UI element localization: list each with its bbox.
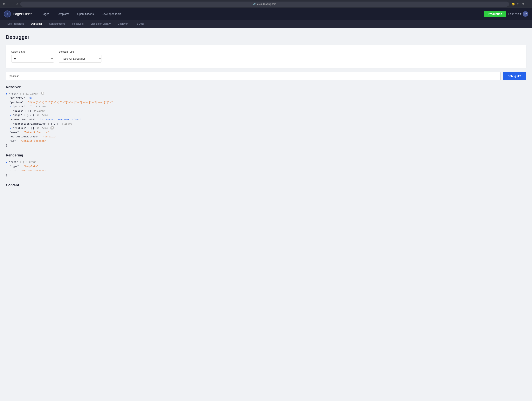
- nav-item-optimizations[interactable]: Optimizations: [73, 8, 98, 20]
- name-line: "name" : "Default Section": [6, 130, 526, 135]
- pattern-value: "^(\/[\w\-]*\/?[\w\-]*\/?[\w\-]*\/?[\w\-…: [28, 101, 113, 104]
- select-type-dropdown[interactable]: Resolver Debugger Rendering Debugger Con…: [59, 55, 101, 62]
- subnav-item-pb-data[interactable]: PB Data: [131, 20, 147, 28]
- url-text: arcpublishing.com: [257, 3, 276, 6]
- select-site-label: Select a Site: [11, 50, 54, 53]
- content-source-link[interactable]: "site-service-content-feed": [40, 118, 81, 121]
- forward-btn[interactable]: →: [11, 3, 14, 6]
- name-value: "Default Section": [23, 131, 49, 134]
- sidebar-toggle-btn[interactable]: ⊞: [3, 3, 6, 6]
- select-type-label: Select a Type: [59, 50, 101, 53]
- rendering-type-line: "type" : "template": [6, 164, 526, 169]
- browser-actions: 😊 ⬡ ⊞ ☰: [511, 3, 529, 6]
- resolver-section: Resolver ▼ "root" : { 11 items "priority…: [6, 85, 526, 148]
- default-output-type-value: "default": [43, 135, 57, 138]
- copy-root-btn[interactable]: [41, 93, 43, 95]
- rendering-section: Rendering ▼ "root" : { 2 items "type" : …: [6, 153, 526, 177]
- avatar: FY: [523, 11, 528, 17]
- rendering-title: Rendering: [6, 153, 526, 157]
- card-row: Select a Site ■ Select a Type Resolver D…: [11, 50, 521, 62]
- selection-card: Select a Site ■ Select a Type Resolver D…: [6, 45, 526, 68]
- subnav-item-site-properties[interactable]: Site Properties: [4, 20, 27, 28]
- resolver-id-value: "Default Section": [20, 140, 46, 142]
- rendering-id-line: "id" : "section-default": [6, 169, 526, 173]
- resolver-json: ▼ "root" : { 11 items "priority" : 99 "p…: [6, 92, 526, 148]
- link-icon: 🔗: [253, 3, 256, 6]
- rendering-root-count: 2 items: [26, 161, 36, 164]
- collapse-sites-btn[interactable]: ▶: [10, 110, 11, 112]
- subnav-item-block-icon-library[interactable]: Block Icon Library: [87, 20, 114, 28]
- app-nav: A PageBuilder Pages Templates Optimizati…: [0, 8, 532, 20]
- nav-right: Production Fatih Yildiz FY: [484, 11, 528, 17]
- extension-icon[interactable]: ⬡: [517, 3, 519, 6]
- pattern-line: "pattern" : "^(\/[\w\-]*\/?[\w\-]*\/?[\w…: [6, 100, 526, 105]
- rendering-json: ▼ "root" : { 2 items "type" : "template"…: [6, 160, 526, 177]
- test-uri-line: ▶ "testUri" : [] 0 items: [6, 126, 526, 130]
- app-title: PageBuilder: [13, 12, 32, 16]
- rendering-root-line: ▼ "root" : { 2 items: [6, 160, 526, 164]
- user-info: Fatih Yildiz FY: [508, 11, 528, 17]
- user-name: Fatih Yildiz: [508, 12, 521, 16]
- url-bar[interactable]: 🔗 arcpublishing.com: [20, 1, 509, 6]
- production-button[interactable]: Production: [484, 11, 506, 17]
- content-source-line: "contentSourceId" : "site-service-conten…: [6, 118, 526, 122]
- nav-item-pages[interactable]: Pages: [38, 8, 53, 20]
- grid-icon[interactable]: ⊞: [522, 3, 524, 6]
- content-source-value: "site-service-content-feed": [40, 118, 81, 121]
- collapse-content-config-btn[interactable]: ▶: [10, 123, 11, 125]
- content-section: Content: [6, 183, 526, 187]
- sites-line: ▶ "sites" : [] 0 items: [6, 109, 526, 113]
- uri-row: Debug URI: [6, 72, 526, 80]
- rendering-close-brace: }: [6, 173, 526, 177]
- content-config-line: ▶ "contentConfigMapping" : {...} 3 items: [6, 122, 526, 126]
- reload-btn[interactable]: ↺: [16, 3, 18, 6]
- subnav-item-resolvers[interactable]: Resolvers: [69, 20, 87, 28]
- copy-test-uri-btn[interactable]: [51, 127, 53, 130]
- collapse-params-btn[interactable]: ▶: [10, 105, 11, 108]
- priority-line: "priority" : 99: [6, 96, 526, 100]
- root-item-count: 11 items: [26, 93, 38, 95]
- page-title: Debugger: [6, 34, 526, 40]
- test-uri-count: 0 items: [36, 127, 48, 130]
- collapse-root-btn[interactable]: ▼: [6, 93, 7, 95]
- browser-controls: ⊞ ← → ↺: [3, 3, 18, 6]
- resolver-title: Resolver: [6, 85, 526, 89]
- select-type-group: Select a Type Resolver Debugger Renderin…: [59, 50, 101, 62]
- nav-item-developer-tools[interactable]: Developer Tools: [98, 8, 125, 20]
- select-site-group: Select a Site ■: [11, 50, 54, 62]
- nav-items: Pages Templates Optimizations Developer …: [38, 8, 484, 20]
- subnav-item-debugger[interactable]: Debugger: [27, 20, 45, 28]
- page-line: ▶ "page" : {...} 6 items: [6, 113, 526, 117]
- page-count: 6 items: [36, 114, 48, 117]
- debug-uri-button[interactable]: Debug URI: [503, 72, 526, 80]
- params-line: ▶ "params" : [] 0 items: [6, 105, 526, 109]
- subnav-item-configurations[interactable]: Configurations: [45, 20, 69, 28]
- sub-nav: Site Properties Debugger Configurations …: [0, 20, 532, 28]
- sites-count: 0 items: [33, 110, 45, 112]
- select-site-dropdown[interactable]: ■: [11, 55, 54, 62]
- profile-icon[interactable]: 😊: [511, 3, 515, 6]
- priority-value: 99: [29, 97, 32, 99]
- resolver-root-line: ▼ "root" : { 11 items: [6, 92, 526, 96]
- default-output-type-line: "defaultOutputType" : "default": [6, 135, 526, 139]
- params-count: 0 items: [34, 105, 46, 108]
- uri-input[interactable]: [6, 72, 500, 80]
- logo-icon: A: [4, 11, 11, 18]
- collapse-test-uri-btn[interactable]: ▶: [10, 127, 11, 130]
- content-title: Content: [6, 183, 526, 187]
- browser-bar: ⊞ ← → ↺ 🔗 arcpublishing.com 😊 ⬡ ⊞ ☰: [0, 0, 532, 8]
- id-line: "id" : "Default Section": [6, 139, 526, 143]
- collapse-rendering-root-btn[interactable]: ▼: [6, 161, 7, 163]
- content-config-count: 3 items: [60, 123, 72, 125]
- subnav-item-deployer[interactable]: Deployer: [114, 20, 131, 28]
- menu-icon[interactable]: ☰: [526, 3, 529, 6]
- main-content: Debugger Select a Site ■ Select a Type R…: [0, 28, 532, 401]
- app-logo: A PageBuilder: [4, 11, 32, 18]
- back-btn[interactable]: ←: [7, 3, 10, 6]
- collapse-page-btn[interactable]: ▶: [10, 114, 11, 117]
- rendering-type-value: "template": [23, 165, 38, 168]
- resolver-close-brace: }: [6, 143, 526, 148]
- rendering-id-value: "section-default": [20, 169, 46, 172]
- nav-item-templates[interactable]: Templates: [53, 8, 73, 20]
